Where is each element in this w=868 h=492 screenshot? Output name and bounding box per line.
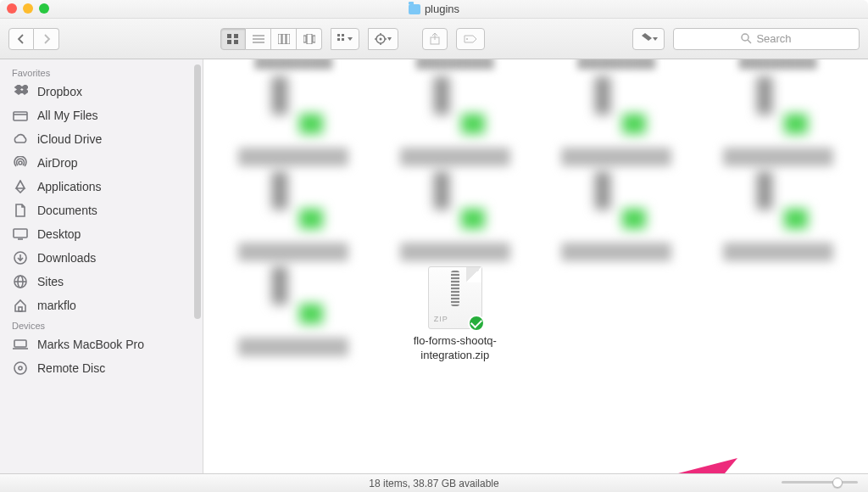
coverflow-view-button[interactable] xyxy=(297,28,322,50)
sidebar: Favorites Dropbox All My Files iCloud Dr… xyxy=(0,59,203,473)
sidebar-item-icloud-drive[interactable]: iCloud Drive xyxy=(0,127,203,151)
titlebar: plugins xyxy=(0,0,868,19)
sidebar-item-label: Desktop xyxy=(37,227,81,241)
file-item[interactable] xyxy=(705,76,852,166)
svg-rect-14 xyxy=(342,34,344,36)
sidebar-scrollbar[interactable] xyxy=(194,64,201,319)
window-title: plugins xyxy=(409,3,459,15)
sidebar-item-remote-disc[interactable]: Remote Disc xyxy=(0,356,203,380)
sidebar-item-label: Marks MacBook Pro xyxy=(37,338,144,351)
sidebar-item-documents[interactable]: Documents xyxy=(0,198,203,222)
section-devices: Devices xyxy=(0,317,203,333)
search-field[interactable]: Search xyxy=(673,28,860,50)
status-text: 18 items, 38.87 GB available xyxy=(369,478,498,489)
sidebar-item-all-my-files[interactable]: All My Files xyxy=(0,103,203,127)
dropbox-toolbar-button[interactable] xyxy=(632,28,665,50)
window-controls xyxy=(7,3,49,14)
zip-tag: ZIP xyxy=(434,315,448,323)
desktop-icon xyxy=(12,226,29,242)
sidebar-item-airdrop[interactable]: AirDrop xyxy=(0,151,203,175)
section-favorites: Favorites xyxy=(0,64,203,80)
airdrop-icon xyxy=(12,155,29,171)
sidebar-item-label: Dropbox xyxy=(37,85,82,98)
arrange-group xyxy=(331,28,359,50)
arrange-button[interactable] xyxy=(331,28,359,50)
file-item[interactable] xyxy=(220,266,367,363)
search-icon xyxy=(741,33,752,44)
laptop-icon xyxy=(12,337,29,352)
svg-rect-13 xyxy=(337,34,340,36)
sidebar-item-label: Applications xyxy=(37,180,102,193)
toolbar: Search xyxy=(0,19,868,59)
back-button[interactable] xyxy=(8,28,34,50)
list-view-button[interactable] xyxy=(246,28,271,50)
svg-rect-15 xyxy=(337,38,340,41)
svg-rect-30 xyxy=(14,229,27,238)
view-mode-buttons xyxy=(220,28,322,50)
svg-rect-37 xyxy=(14,340,26,347)
window-title-text: plugins xyxy=(425,3,459,15)
svg-point-18 xyxy=(380,37,382,40)
close-window-button[interactable] xyxy=(7,3,17,14)
svg-rect-0 xyxy=(227,34,231,38)
search-placeholder: Search xyxy=(756,32,791,45)
sidebar-item-label: iCloud Drive xyxy=(37,132,102,146)
cloud-icon xyxy=(12,131,29,147)
sidebar-item-label: Sites xyxy=(37,275,64,288)
dropbox-icon xyxy=(12,84,29,99)
zoom-slider[interactable] xyxy=(782,478,858,487)
file-item[interactable] xyxy=(220,171,367,261)
status-bar: 18 items, 38.87 GB available xyxy=(0,473,868,492)
minimize-window-button[interactable] xyxy=(23,3,33,14)
svg-point-25 xyxy=(742,34,748,41)
svg-line-26 xyxy=(748,40,751,43)
file-item[interactable] xyxy=(543,76,690,166)
sidebar-item-sites[interactable]: Sites xyxy=(0,270,203,294)
svg-rect-1 xyxy=(234,34,238,38)
forward-button[interactable] xyxy=(34,28,59,50)
column-view-button[interactable] xyxy=(271,28,297,50)
action-button[interactable] xyxy=(368,28,398,50)
file-item[interactable] xyxy=(382,76,529,166)
file-item-highlighted[interactable]: ZIP flo-forms-shootq-integration.zip xyxy=(382,266,529,363)
sidebar-item-downloads[interactable]: Downloads xyxy=(0,246,203,270)
file-item[interactable] xyxy=(220,76,367,166)
svg-rect-12 xyxy=(313,36,315,42)
svg-rect-3 xyxy=(234,40,238,44)
share-button[interactable] xyxy=(422,28,448,50)
tags-button[interactable] xyxy=(456,28,485,50)
applications-icon xyxy=(12,179,29,194)
svg-point-40 xyxy=(19,366,22,370)
sidebar-item-label: Downloads xyxy=(37,251,96,265)
annotation-arrow xyxy=(674,458,868,473)
sidebar-item-label: Documents xyxy=(37,204,97,217)
downloads-icon xyxy=(12,250,29,266)
file-item[interactable] xyxy=(543,171,690,261)
sidebar-item-macbook[interactable]: Marks MacBook Pro xyxy=(0,333,203,356)
svg-rect-11 xyxy=(307,34,312,44)
sidebar-item-dropbox[interactable]: Dropbox xyxy=(0,80,203,103)
svg-point-29 xyxy=(19,161,22,165)
sidebar-item-applications[interactable]: Applications xyxy=(0,175,203,198)
file-item[interactable] xyxy=(382,171,529,261)
sidebar-item-label: AirDrop xyxy=(37,156,77,170)
zoom-window-button[interactable] xyxy=(39,3,49,14)
svg-rect-8 xyxy=(282,34,286,44)
sidebar-item-label: Remote Disc xyxy=(37,361,105,375)
sidebar-item-markflo[interactable]: markflo xyxy=(0,294,203,317)
sidebar-item-label: markflo xyxy=(37,299,76,312)
documents-icon xyxy=(12,203,29,218)
folder-icon xyxy=(409,4,420,14)
nav-buttons xyxy=(8,28,59,50)
all-files-icon xyxy=(12,108,29,123)
file-item[interactable] xyxy=(705,171,852,261)
svg-rect-10 xyxy=(303,36,306,42)
content-area[interactable]: ██████████ ██████████ ██████████ ███████… xyxy=(203,59,868,473)
action-group xyxy=(368,28,398,50)
svg-rect-27 xyxy=(14,112,27,120)
icon-view-button[interactable] xyxy=(220,28,246,50)
svg-point-39 xyxy=(14,362,26,374)
svg-rect-9 xyxy=(287,34,290,44)
sidebar-item-desktop[interactable]: Desktop xyxy=(0,222,203,246)
synced-check-icon xyxy=(468,315,485,332)
